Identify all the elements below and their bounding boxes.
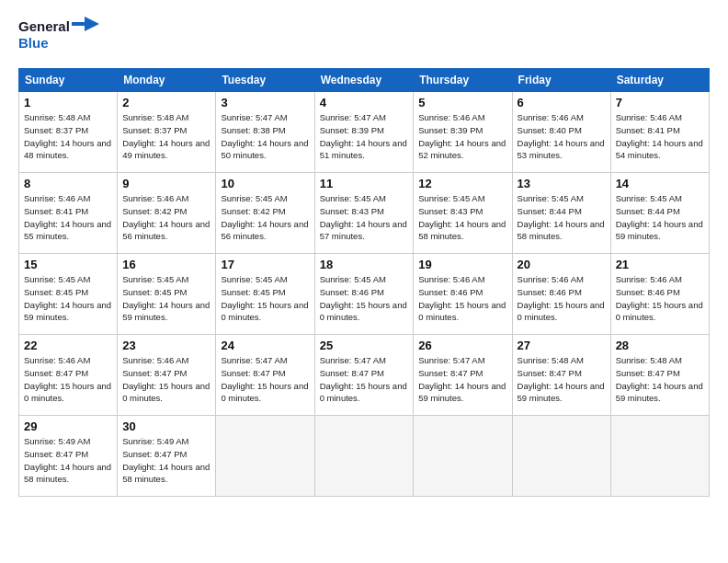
day-info: Sunrise: 5:45 AMSunset: 8:45 PMDaylight:…	[122, 273, 210, 324]
day-number: 16	[122, 258, 210, 271]
calendar-cell	[512, 416, 610, 497]
day-number: 29	[24, 419, 112, 433]
calendar-cell: 26Sunrise: 5:47 AMSunset: 8:47 PMDayligh…	[414, 335, 512, 416]
day-info: Sunrise: 5:45 AMSunset: 8:45 PMDaylight:…	[221, 273, 309, 324]
day-info: Sunrise: 5:46 AMSunset: 8:47 PMDaylight:…	[122, 354, 210, 405]
day-number: 8	[24, 177, 112, 190]
weekday-header: Wednesday	[314, 69, 414, 92]
day-number: 13	[518, 177, 606, 190]
day-number: 14	[616, 177, 704, 190]
day-info: Sunrise: 5:45 AMSunset: 8:44 PMDaylight:…	[616, 192, 704, 243]
calendar-cell	[414, 416, 512, 497]
calendar-cell: 29Sunrise: 5:49 AMSunset: 8:47 PMDayligh…	[19, 416, 118, 497]
calendar-week-row: 8Sunrise: 5:46 AMSunset: 8:41 PMDaylight…	[19, 173, 710, 254]
day-number: 17	[221, 258, 309, 271]
calendar-cell: 7Sunrise: 5:46 AMSunset: 8:41 PMDaylight…	[610, 92, 709, 173]
day-number: 10	[221, 177, 309, 190]
calendar-cell: 23Sunrise: 5:46 AMSunset: 8:47 PMDayligh…	[118, 335, 216, 416]
day-number: 15	[24, 258, 112, 271]
day-info: Sunrise: 5:48 AMSunset: 8:47 PMDaylight:…	[518, 354, 606, 405]
day-number: 4	[320, 96, 409, 109]
day-number: 23	[122, 339, 210, 352]
day-number: 1	[24, 96, 112, 109]
calendar-cell: 27Sunrise: 5:48 AMSunset: 8:47 PMDayligh…	[512, 335, 610, 416]
calendar-cell: 17Sunrise: 5:45 AMSunset: 8:45 PMDayligh…	[216, 254, 314, 335]
svg-marker-2	[72, 17, 99, 31]
calendar-cell: 6Sunrise: 5:46 AMSunset: 8:40 PMDaylight…	[512, 92, 610, 173]
day-number: 6	[518, 96, 606, 109]
calendar-cell: 22Sunrise: 5:46 AMSunset: 8:47 PMDayligh…	[19, 335, 118, 416]
logo-svg: General Blue	[18, 15, 101, 55]
day-info: Sunrise: 5:47 AMSunset: 8:47 PMDaylight:…	[418, 354, 506, 405]
day-info: Sunrise: 5:48 AMSunset: 8:37 PMDaylight:…	[24, 111, 112, 162]
calendar-cell: 10Sunrise: 5:45 AMSunset: 8:42 PMDayligh…	[216, 173, 314, 254]
svg-text:General: General	[18, 18, 70, 34]
day-info: Sunrise: 5:47 AMSunset: 8:47 PMDaylight:…	[221, 354, 309, 405]
day-info: Sunrise: 5:46 AMSunset: 8:41 PMDaylight:…	[616, 111, 704, 162]
day-number: 11	[320, 177, 409, 190]
day-info: Sunrise: 5:45 AMSunset: 8:42 PMDaylight:…	[221, 192, 309, 243]
day-info: Sunrise: 5:45 AMSunset: 8:43 PMDaylight:…	[320, 192, 409, 243]
weekday-header: Thursday	[414, 69, 512, 92]
calendar-cell: 25Sunrise: 5:47 AMSunset: 8:47 PMDayligh…	[314, 335, 414, 416]
calendar-week-row: 22Sunrise: 5:46 AMSunset: 8:47 PMDayligh…	[19, 335, 710, 416]
calendar-cell: 5Sunrise: 5:46 AMSunset: 8:39 PMDaylight…	[414, 92, 512, 173]
calendar-cell: 18Sunrise: 5:45 AMSunset: 8:46 PMDayligh…	[314, 254, 414, 335]
day-info: Sunrise: 5:46 AMSunset: 8:40 PMDaylight:…	[518, 111, 606, 162]
day-number: 9	[122, 177, 210, 190]
svg-text:Blue: Blue	[18, 35, 49, 51]
calendar-cell: 16Sunrise: 5:45 AMSunset: 8:45 PMDayligh…	[118, 254, 216, 335]
day-info: Sunrise: 5:46 AMSunset: 8:47 PMDaylight:…	[24, 354, 112, 405]
calendar-cell: 4Sunrise: 5:47 AMSunset: 8:39 PMDaylight…	[314, 92, 414, 173]
calendar-cell: 9Sunrise: 5:46 AMSunset: 8:42 PMDaylight…	[118, 173, 216, 254]
day-number: 25	[320, 339, 409, 352]
day-number: 2	[122, 96, 210, 109]
day-number: 18	[320, 258, 409, 271]
day-number: 19	[418, 258, 506, 271]
day-info: Sunrise: 5:47 AMSunset: 8:38 PMDaylight:…	[221, 111, 309, 162]
calendar-cell: 19Sunrise: 5:46 AMSunset: 8:46 PMDayligh…	[414, 254, 512, 335]
day-info: Sunrise: 5:45 AMSunset: 8:46 PMDaylight:…	[320, 273, 409, 324]
day-number: 5	[418, 96, 506, 109]
day-number: 21	[616, 258, 704, 271]
calendar-cell	[610, 416, 709, 497]
day-number: 28	[616, 339, 704, 352]
calendar-cell: 14Sunrise: 5:45 AMSunset: 8:44 PMDayligh…	[610, 173, 709, 254]
day-number: 30	[122, 419, 210, 433]
day-info: Sunrise: 5:46 AMSunset: 8:46 PMDaylight:…	[518, 273, 606, 324]
weekday-header: Tuesday	[216, 69, 314, 92]
calendar-cell: 11Sunrise: 5:45 AMSunset: 8:43 PMDayligh…	[314, 173, 414, 254]
calendar-cell: 2Sunrise: 5:48 AMSunset: 8:37 PMDaylight…	[118, 92, 216, 173]
day-info: Sunrise: 5:45 AMSunset: 8:45 PMDaylight:…	[24, 273, 112, 324]
calendar-week-row: 29Sunrise: 5:49 AMSunset: 8:47 PMDayligh…	[19, 416, 710, 497]
day-number: 3	[221, 96, 309, 109]
day-info: Sunrise: 5:48 AMSunset: 8:47 PMDaylight:…	[616, 354, 704, 405]
logo: General Blue	[18, 15, 101, 59]
day-info: Sunrise: 5:47 AMSunset: 8:39 PMDaylight:…	[320, 111, 409, 162]
calendar-cell: 3Sunrise: 5:47 AMSunset: 8:38 PMDaylight…	[216, 92, 314, 173]
day-number: 20	[518, 258, 606, 271]
calendar-cell: 24Sunrise: 5:47 AMSunset: 8:47 PMDayligh…	[216, 335, 314, 416]
header: General Blue	[18, 15, 710, 59]
calendar-cell: 13Sunrise: 5:45 AMSunset: 8:44 PMDayligh…	[512, 173, 610, 254]
day-info: Sunrise: 5:46 AMSunset: 8:41 PMDaylight:…	[24, 192, 112, 243]
calendar-table: SundayMondayTuesdayWednesdayThursdayFrid…	[18, 68, 710, 497]
day-info: Sunrise: 5:45 AMSunset: 8:43 PMDaylight:…	[418, 192, 506, 243]
weekday-header: Friday	[512, 69, 610, 92]
calendar-cell	[314, 416, 414, 497]
day-info: Sunrise: 5:46 AMSunset: 8:39 PMDaylight:…	[418, 111, 506, 162]
day-number: 24	[221, 339, 309, 352]
page: General Blue SundayMondayTuesdayWednesda…	[0, 0, 728, 563]
weekday-header: Monday	[118, 69, 216, 92]
calendar-cell	[216, 416, 314, 497]
day-number: 22	[24, 339, 112, 352]
calendar-cell: 30Sunrise: 5:49 AMSunset: 8:47 PMDayligh…	[118, 416, 216, 497]
weekday-header: Saturday	[610, 69, 709, 92]
calendar-cell: 28Sunrise: 5:48 AMSunset: 8:47 PMDayligh…	[610, 335, 709, 416]
calendar-cell: 21Sunrise: 5:46 AMSunset: 8:46 PMDayligh…	[610, 254, 709, 335]
calendar-week-row: 15Sunrise: 5:45 AMSunset: 8:45 PMDayligh…	[19, 254, 710, 335]
day-info: Sunrise: 5:47 AMSunset: 8:47 PMDaylight:…	[320, 354, 409, 405]
calendar-cell: 1Sunrise: 5:48 AMSunset: 8:37 PMDaylight…	[19, 92, 118, 173]
weekday-header: Sunday	[19, 69, 118, 92]
day-number: 7	[616, 96, 704, 109]
